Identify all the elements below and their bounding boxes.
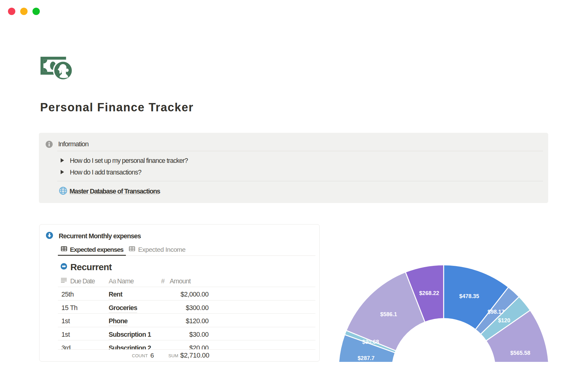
svg-text:$478.35: $478.35 [459,293,479,299]
svg-text:$98.17: $98.17 [488,309,504,315]
svg-text:$287.7: $287.7 [358,355,375,361]
svg-text:$586.1: $586.1 [380,311,397,317]
svg-text:$30.68: $30.68 [362,339,379,345]
svg-text:$268.22: $268.22 [419,290,439,296]
svg-text:$565.58: $565.58 [510,350,530,356]
svg-text:$120: $120 [498,317,510,324]
